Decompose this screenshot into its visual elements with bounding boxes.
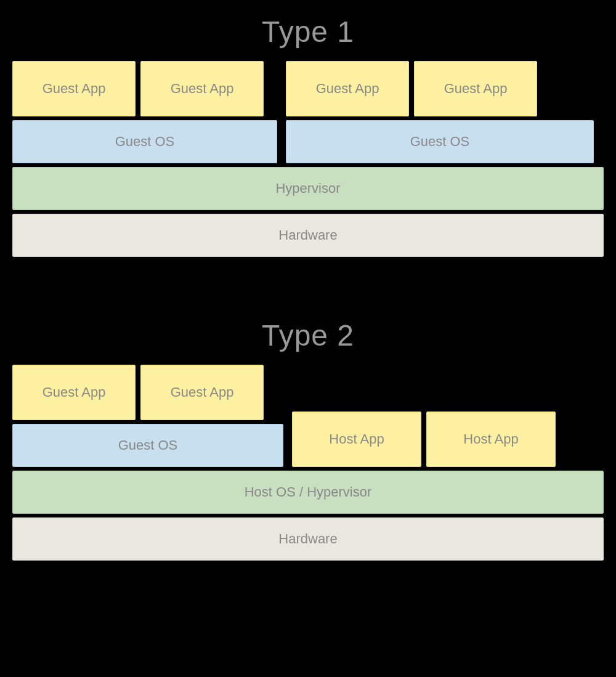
type2-host-app1: Host App: [292, 411, 421, 467]
type1-vm1-os: Guest OS: [12, 120, 277, 163]
type2-vm-apps-row: Guest App Guest App: [12, 365, 283, 420]
section-divider: [0, 279, 616, 304]
type1-vm2-group: Guest App Guest App Guest OS: [286, 61, 594, 163]
type2-host-apps-row: Host App Host App: [292, 411, 556, 467]
type2-section: Type 2 Guest App Guest App Guest OS: [0, 304, 616, 583]
type1-diagram: Guest App Guest App Guest OS Guest App: [0, 61, 616, 279]
type2-host-group: Host App Host App: [292, 411, 556, 467]
type1-vm2-os: Guest OS: [286, 120, 594, 163]
type1-vm1-group: Guest App Guest App Guest OS: [12, 61, 277, 163]
type1-vm1-app2: Guest App: [140, 61, 264, 116]
type2-vm-group: Guest App Guest App Guest OS: [12, 365, 283, 467]
type2-hardware: Hardware: [12, 517, 604, 561]
type1-vm1-app1: Guest App: [12, 61, 136, 116]
type1-title: Type 1: [0, 0, 616, 61]
type2-title: Type 2: [0, 304, 616, 365]
type1-vms-row: Guest App Guest App Guest OS Guest App: [12, 61, 604, 163]
type1-vm2-app2: Guest App: [414, 61, 537, 116]
type2-hypervisor: Host OS / Hypervisor: [12, 471, 604, 514]
type1-vm1-apps-row: Guest App Guest App: [12, 61, 277, 116]
type1-hardware: Hardware: [12, 214, 604, 257]
type2-diagram: Guest App Guest App Guest OS Host App: [0, 365, 616, 583]
type1-vm2-app1: Guest App: [286, 61, 409, 116]
type1-hypervisor: Hypervisor: [12, 167, 604, 210]
type2-vm-app1: Guest App: [12, 365, 136, 420]
type2-host-app2: Host App: [426, 411, 556, 467]
type2-main-row: Guest App Guest App Guest OS Host App: [12, 365, 604, 467]
type2-vm-app2: Guest App: [140, 365, 264, 420]
type2-guest-os: Guest OS: [12, 424, 283, 467]
type1-section: Type 1 Guest App Guest App Guest OS: [0, 0, 616, 279]
type1-vm2-apps-row: Guest App Guest App: [286, 61, 594, 116]
